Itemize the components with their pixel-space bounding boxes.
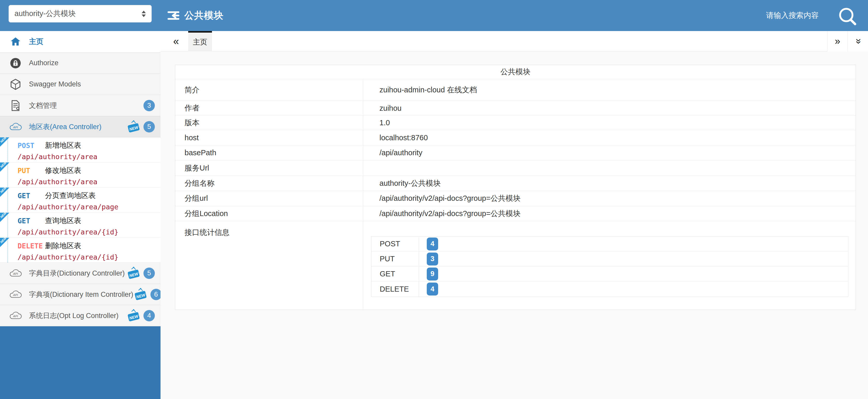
sidebar-item-dictionary-controller[interactable]: API 字典目录(Dictionary Controller) NEW 5 bbox=[0, 263, 160, 284]
search-icon[interactable] bbox=[837, 6, 859, 28]
row-value: 1.0 bbox=[363, 116, 856, 130]
operation-item-delete-area-id[interactable]: NEW DELETE 删除地区表 /api/authority/area/{id… bbox=[0, 238, 160, 263]
table-row: 版本 1.0 bbox=[175, 116, 856, 130]
count-badge: 5 bbox=[144, 267, 155, 279]
method-label: GET bbox=[18, 217, 45, 225]
stats-count-badge: 3 bbox=[427, 253, 438, 265]
count-badge: 3 bbox=[144, 100, 155, 111]
operation-path: /api/authority/area bbox=[18, 178, 160, 186]
sidebar-item-label: 字典目录(Dictionary Controller) bbox=[29, 268, 125, 278]
table-row: 服务Url bbox=[175, 161, 856, 176]
row-label: 作者 bbox=[175, 101, 363, 115]
sidebar: 主页 Authorize Swagger Mode bbox=[0, 31, 160, 399]
operation-list: NEW POST 新增地区表 /api/authority/area NEW P… bbox=[0, 137, 160, 263]
row-label: 版本 bbox=[175, 116, 363, 130]
stats-method-label: DELETE bbox=[371, 282, 419, 296]
method-label: POST bbox=[18, 142, 45, 149]
operation-item-get-area-id[interactable]: NEW GET 查询地区表 /api/authority/area/{id} bbox=[0, 213, 160, 238]
method-label: DELETE bbox=[18, 242, 45, 250]
sidebar-item-label: Authorize bbox=[29, 59, 58, 67]
tab-bar: « 主页 » « bbox=[160, 31, 868, 52]
sidebar-item-opt-log-controller[interactable]: API 系统日志(Opt Log Controller) NEW 4 bbox=[0, 305, 160, 326]
stats-count-badge: 9 bbox=[427, 267, 438, 281]
sidebar-item-authorize[interactable]: Authorize bbox=[0, 53, 160, 74]
top-header-bar: authority-公共模块 公共模块 请输入搜索内容 bbox=[0, 0, 868, 31]
new-ribbon-icon: NEW bbox=[0, 163, 9, 172]
operation-title: 修改地区表 bbox=[45, 166, 81, 175]
operation-path: /api/authority/area/page bbox=[18, 203, 160, 211]
row-label: 接口统计信息 bbox=[175, 221, 363, 310]
svg-text:API: API bbox=[13, 293, 18, 296]
sidebar-item-dictionary-item-controller[interactable]: API 字典项(Dictionary Item Controller) NEW … bbox=[0, 284, 160, 305]
row-value: zuihou bbox=[363, 101, 856, 115]
row-label: 分组名称 bbox=[175, 176, 363, 191]
table-title: 公共模块 bbox=[175, 65, 856, 79]
sidebar-item-label: 系统日志(Opt Log Controller) bbox=[29, 311, 119, 320]
operation-path: /api/authority/area/{id} bbox=[18, 253, 160, 261]
home-icon bbox=[9, 36, 22, 47]
operation-item-put-area[interactable]: NEW PUT 修改地区表 /api/authority/area bbox=[0, 163, 160, 188]
lock-icon bbox=[9, 57, 22, 69]
table-row: 分组名称 authority-公共模块 bbox=[175, 176, 856, 191]
new-ribbon-icon: NEW bbox=[0, 188, 9, 197]
operation-item-get-area-page[interactable]: NEW GET 分页查询地区表 /api/authority/area/page bbox=[0, 188, 160, 213]
new-ribbon-icon: NEW bbox=[0, 137, 9, 147]
new-ribbon-icon: NEW bbox=[0, 238, 9, 247]
table-row: host localhost:8760 bbox=[175, 130, 856, 145]
stats-row: PUT 3 bbox=[371, 252, 848, 266]
search-input[interactable]: 请输入搜索内容 bbox=[766, 0, 818, 31]
row-label: host bbox=[175, 130, 363, 145]
stats-row: GET 9 bbox=[371, 266, 848, 282]
count-badge: 4 bbox=[144, 310, 155, 321]
table-row: basePath /api/authority bbox=[175, 145, 856, 161]
operation-title: 查询地区表 bbox=[45, 216, 81, 226]
api-cloud-icon: API bbox=[9, 290, 22, 299]
row-label: 服务Url bbox=[175, 161, 363, 176]
row-value: /api/authority bbox=[363, 145, 856, 160]
group-select-value: authority-公共模块 bbox=[14, 8, 76, 19]
stats-row: DELETE 4 bbox=[371, 282, 848, 296]
outdent-menu-icon bbox=[167, 9, 180, 22]
new-tag-icon: NEW bbox=[133, 287, 148, 302]
stats-method-label: POST bbox=[371, 236, 419, 251]
tab-scroll-left-icon[interactable]: « bbox=[168, 31, 184, 52]
table-row: 简介 zuihou-admin-cloud 在线文档 bbox=[175, 79, 856, 101]
row-label: 分组url bbox=[175, 191, 363, 206]
sidebar-item-label: 地区表(Area Controller) bbox=[29, 122, 101, 132]
row-value: /api/authority/v2/api-docs?group=公共模块 bbox=[363, 206, 856, 221]
sidebar-item-home[interactable]: 主页 bbox=[0, 31, 160, 53]
row-value: localhost:8760 bbox=[363, 130, 856, 145]
row-label: 分组Location bbox=[175, 206, 363, 221]
main-content: « 主页 » « 公共模块 简介 zuihou-admin-cloud 在线文档… bbox=[160, 31, 868, 399]
hexagon-model-icon bbox=[9, 78, 22, 90]
row-label: 简介 bbox=[175, 79, 363, 101]
group-select[interactable]: authority-公共模块 bbox=[8, 5, 152, 23]
api-stats-table: POST 4 PUT 3 GET 9 DELETE bbox=[371, 236, 848, 297]
app-window: authority-公共模块 公共模块 请输入搜索内容 bbox=[0, 0, 868, 399]
sidebar-item-area-controller[interactable]: API 地区表(Area Controller) NEW 5 bbox=[0, 116, 160, 137]
api-cloud-icon: API bbox=[9, 122, 22, 132]
tab-scroll-right-icon[interactable]: » bbox=[827, 31, 847, 52]
operation-title: 删除地区表 bbox=[45, 241, 81, 251]
sidebar-item-doc-manage[interactable]: 文档管理 3 bbox=[0, 95, 160, 116]
module-info-table: 公共模块 简介 zuihou-admin-cloud 在线文档 作者 zuiho… bbox=[175, 65, 856, 310]
header-title-group: 公共模块 bbox=[167, 0, 224, 31]
svg-text:API: API bbox=[13, 126, 18, 129]
operation-title: 分页查询地区表 bbox=[45, 191, 96, 201]
new-ribbon-icon: NEW bbox=[0, 213, 9, 222]
operation-item-post-area[interactable]: NEW POST 新增地区表 /api/authority/area bbox=[0, 137, 160, 163]
new-tag-icon: NEW bbox=[126, 266, 141, 280]
table-row-api-stats: 接口统计信息 POST 4 PUT 3 GET 9 bbox=[175, 221, 856, 310]
tab-home[interactable]: 主页 bbox=[188, 31, 212, 52]
sidebar-item-label: 文档管理 bbox=[29, 101, 57, 110]
count-badge: 6 bbox=[150, 289, 160, 300]
method-label: PUT bbox=[18, 167, 45, 175]
stats-method-label: PUT bbox=[371, 252, 419, 266]
stats-row: POST 4 bbox=[371, 236, 848, 252]
method-label: GET bbox=[18, 192, 45, 200]
row-value: /api/authority/v2/api-docs?group=公共模块 bbox=[363, 191, 856, 206]
sidebar-item-swagger-models[interactable]: Swagger Models bbox=[0, 74, 160, 95]
table-row: 作者 zuihou bbox=[175, 101, 856, 116]
tab-menu-chevron-down-icon[interactable]: « bbox=[847, 31, 868, 52]
count-badge: 5 bbox=[144, 121, 155, 133]
